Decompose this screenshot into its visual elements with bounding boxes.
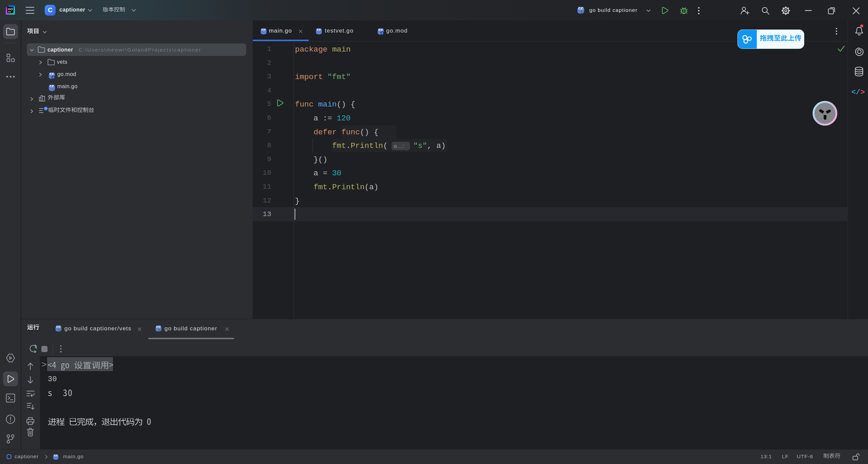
svg-text:GO: GO: [8, 7, 13, 11]
